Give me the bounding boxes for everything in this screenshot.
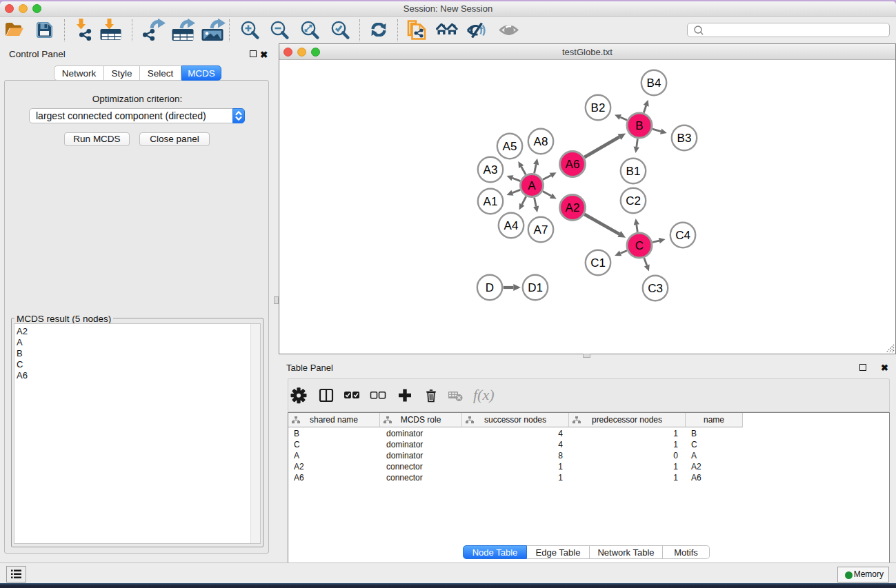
svg-text:A7: A7 [534, 223, 548, 236]
svg-text:A: A [528, 179, 536, 192]
svg-text:A6: A6 [566, 158, 580, 171]
svg-text:A3: A3 [484, 163, 498, 176]
svg-text:A2: A2 [566, 201, 580, 214]
svg-text:C1: C1 [590, 256, 606, 270]
svg-text:A4: A4 [504, 219, 519, 232]
svg-text:C3: C3 [648, 282, 663, 295]
svg-text:B: B [635, 119, 643, 132]
svg-text:B1: B1 [626, 165, 641, 178]
svg-text:B3: B3 [677, 132, 692, 145]
svg-text:A8: A8 [534, 135, 548, 148]
svg-text:C: C [635, 239, 644, 252]
svg-text:D1: D1 [528, 281, 543, 294]
svg-text:A5: A5 [503, 140, 517, 153]
svg-text:C4: C4 [675, 229, 690, 242]
svg-text:B2: B2 [591, 101, 606, 114]
svg-text:C2: C2 [626, 194, 641, 207]
svg-text:B4: B4 [647, 77, 661, 90]
svg-text:A1: A1 [484, 195, 498, 208]
svg-text:D: D [486, 281, 494, 294]
